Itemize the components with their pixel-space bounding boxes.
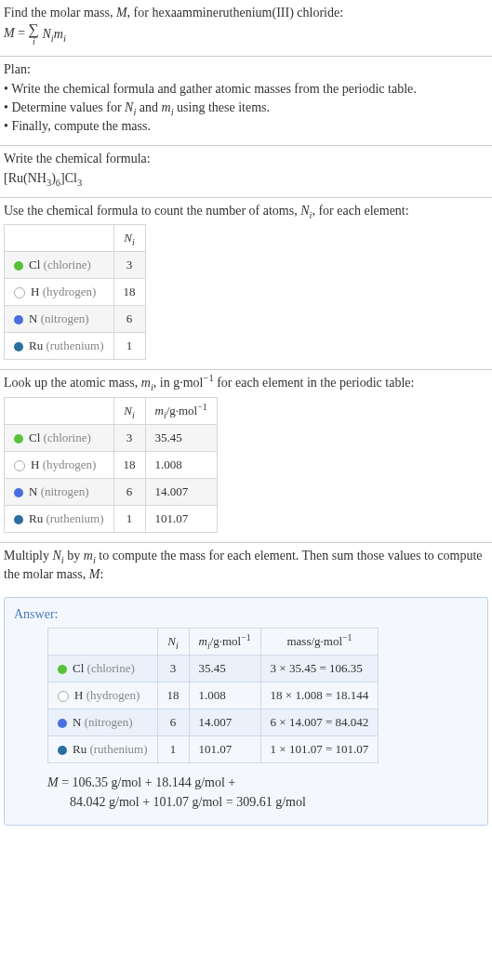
multiply-heading: Multiply Ni by mi to compute the mass fo…	[4, 547, 488, 585]
unit: mass/g·mol	[286, 634, 342, 648]
cell-element: N (nitrogen)	[48, 709, 158, 736]
text: Multiply	[4, 549, 53, 563]
sub-i: i	[132, 237, 135, 247]
plan-section: Plan: • Write the chemical formula and g…	[0, 57, 492, 146]
element-name: (nitrogen)	[85, 715, 133, 729]
term-Ni: Ni	[42, 27, 53, 41]
element-symbol: Cl	[73, 661, 84, 675]
text: , in g·mol	[153, 376, 204, 390]
cell-mi: 14.007	[145, 478, 217, 505]
element-color-icon	[14, 315, 23, 324]
unit: /g·mol	[210, 634, 242, 648]
text: :	[100, 567, 103, 581]
col-mi: mi/g·mol−1	[145, 397, 217, 424]
intro-line: Find the molar mass, M, for hexaammineru…	[4, 4, 488, 22]
element-symbol: N	[29, 484, 37, 498]
text: ]Cl	[60, 171, 77, 185]
cell-Ni: 6	[157, 709, 189, 736]
unit: /g·mol	[166, 404, 198, 417]
cell-Ni: 6	[113, 306, 145, 333]
var-N: N	[42, 27, 50, 41]
cell-Ni: 6	[113, 478, 145, 505]
text: , for each element:	[312, 204, 408, 218]
element-symbol: Cl	[29, 258, 40, 271]
cell-Ni: 18	[157, 682, 189, 709]
term-mi: mi	[54, 27, 66, 41]
cell-element: H (hydrogen)	[5, 451, 114, 478]
count-section: Use the chemical formula to count the nu…	[0, 198, 492, 370]
cell-mi: 14.007	[189, 709, 260, 736]
var-m: m	[199, 634, 207, 648]
col-mi: mi/g·mol−1	[189, 629, 260, 656]
mass-section: Look up the atomic mass, mi, in g·mol−1 …	[0, 370, 492, 542]
answer-label: Answer:	[14, 607, 478, 622]
table-row: H (hydrogen) 18	[5, 279, 146, 306]
sup-neg1: −1	[197, 401, 206, 411]
text: and	[136, 100, 161, 114]
sup-neg1: −1	[342, 632, 352, 642]
sup-neg1: −1	[241, 632, 250, 642]
var-N: N	[124, 404, 132, 417]
var-m: m	[141, 376, 151, 390]
table-row: Cl (chlorine) 3	[5, 252, 146, 279]
cell-mass: 3 × 35.45 = 106.35	[260, 656, 379, 682]
var-M: M	[116, 6, 127, 20]
table-row: Ru (ruthenium) 1 101.07 1 × 101.07 = 101…	[48, 736, 379, 763]
var-N: N	[300, 204, 309, 218]
plan-bullet-3: • Finally, compute the mass.	[4, 117, 488, 136]
intro-section: Find the molar mass, M, for hexaammineru…	[0, 0, 492, 57]
sub-i: i	[176, 641, 179, 651]
element-name: (hydrogen)	[86, 688, 140, 702]
table-row: H (hydrogen) 18 1.008	[5, 451, 218, 478]
element-name: (chlorine)	[87, 661, 135, 675]
table-header-row: Ni mi/g·mol−1	[5, 397, 218, 424]
var-m: m	[54, 27, 63, 41]
element-name: (ruthenium)	[46, 511, 103, 525]
cell-Ni: 3	[113, 424, 145, 451]
text: • Determine values for	[4, 100, 125, 114]
cell-element: Cl (chlorine)	[48, 656, 158, 682]
molar-mass-sum: M = 106.35 g/mol + 18.144 g/mol + 84.042…	[47, 773, 478, 812]
var-m: m	[162, 100, 171, 114]
multiply-section: Multiply Ni by mi to compute the mass fo…	[0, 543, 492, 594]
formula-heading: Write the chemical formula:	[4, 150, 488, 168]
col-element	[5, 397, 114, 424]
cell-element: H (hydrogen)	[48, 682, 158, 709]
sigma-icon: ∑i	[29, 22, 39, 46]
answer-content: Ni mi/g·mol−1 mass/g·mol−1 Cl (chlorine)…	[14, 628, 478, 812]
cell-mi: 1.008	[189, 682, 260, 709]
cell-element: N (nitrogen)	[5, 306, 114, 333]
answer-table: Ni mi/g·mol−1 mass/g·mol−1 Cl (chlorine)…	[47, 628, 379, 763]
table-header-row: Ni	[5, 225, 146, 252]
element-symbol: Ru	[29, 511, 43, 525]
cell-Ni: 3	[113, 252, 145, 279]
element-color-icon	[58, 719, 67, 728]
table-row: H (hydrogen) 18 1.008 18 × 1.008 = 18.14…	[48, 682, 379, 709]
element-name: (nitrogen)	[41, 484, 89, 498]
cell-element: Cl (chlorine)	[5, 424, 114, 451]
var-M: M	[89, 567, 100, 581]
element-color-icon	[58, 691, 69, 702]
element-color-icon	[58, 665, 67, 674]
text: Look up the atomic mass,	[4, 376, 141, 390]
sigma-index: i	[33, 37, 35, 46]
text: = 106.35 g/mol + 18.144 g/mol +	[59, 775, 236, 789]
element-name: (ruthenium)	[46, 338, 103, 352]
plan-bullet-2: • Determine values for Ni and mi using t…	[4, 99, 488, 117]
col-mass: mass/g·mol−1	[260, 629, 379, 656]
table-row: Cl (chlorine) 3 35.45 3 × 35.45 = 106.35	[48, 656, 379, 682]
cell-mi: 1.008	[145, 451, 217, 478]
col-element	[48, 629, 158, 656]
table-row: N (nitrogen) 6 14.007 6 × 14.007 = 84.04…	[48, 709, 379, 736]
count-heading: Use the chemical formula to count the nu…	[4, 202, 488, 220]
cell-Ni: 18	[113, 451, 145, 478]
cell-element: H (hydrogen)	[5, 279, 114, 306]
plan-heading: Plan:	[4, 60, 488, 79]
mass-heading: Look up the atomic mass, mi, in g·mol−1 …	[4, 374, 488, 392]
var-N: N	[167, 634, 176, 648]
sub-i: i	[132, 409, 135, 419]
cell-mi: 101.07	[189, 736, 260, 763]
mass-table: Ni mi/g·mol−1 Cl (chlorine) 3 35.45 H (h…	[4, 397, 218, 533]
table-row: Ru (ruthenium) 1 101.07	[5, 505, 218, 532]
molar-mass-equation: M = ∑i Nimi	[4, 22, 488, 46]
